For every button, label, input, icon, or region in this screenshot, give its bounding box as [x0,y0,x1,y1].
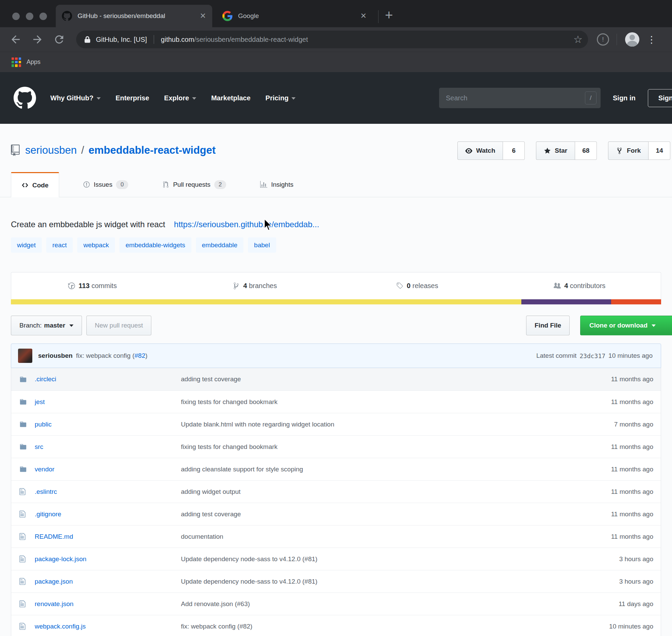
commit-message-link[interactable]: Update blank.html with note regarding wi… [181,421,566,428]
commit-message-link[interactable]: documentation [181,533,566,540]
gh-nav-why-github[interactable]: Why GitHub? [50,94,101,102]
file-name-link[interactable]: .circleci [35,375,181,383]
file-name-link[interactable]: package-lock.json [35,555,181,563]
commit-message-link[interactable]: adding test coverage [181,511,566,518]
topic-babel[interactable]: babel [248,237,276,253]
file-name-link[interactable]: vendor [35,466,181,473]
topic-webpack[interactable]: webpack [77,237,115,253]
tab-count-badge: 2 [214,180,226,189]
watch-button[interactable]: Watch [457,141,503,160]
topic-embeddable[interactable]: embeddable [196,237,244,253]
branch-selector-button[interactable]: Branch: master [11,316,82,335]
fork-count[interactable]: 14 [649,141,670,160]
commit-pr-link[interactable]: #82 [135,352,146,359]
repo-owner-link[interactable]: seriousben [25,144,77,156]
clone-label: Clone or download [589,322,648,329]
new-pull-request-button[interactable]: New pull request [86,316,152,335]
gh-nav-explore[interactable]: Explore [164,94,196,102]
language-bar[interactable] [11,299,661,304]
sign-up-button[interactable]: Sign up [648,89,672,107]
commit-message-link[interactable]: Update dependency node-sass to v4.12.0 (… [181,555,566,563]
tab-pull-requests[interactable]: Pull requests2 [152,172,236,197]
find-file-button[interactable]: Find File [526,316,570,335]
repo-header: seriousben / embeddable-react-widget Wat… [11,142,661,158]
gh-nav-marketplace[interactable]: Marketplace [211,94,251,102]
commit-message-link[interactable]: adding widget output [181,488,566,496]
tab-code[interactable]: Code [11,172,59,197]
search-input[interactable] [439,94,601,102]
browser-profile-avatar[interactable] [625,32,639,47]
window-zoom-button[interactable] [39,13,47,20]
topic-embeddable-widgets[interactable]: embeddable-widgets [119,237,191,253]
commit-message-link[interactable]: fix: webpack config (#82) [181,623,566,630]
star-count[interactable]: 68 [575,141,597,160]
back-icon[interactable] [10,33,22,46]
file-name-link[interactable]: renovate.json [35,600,181,608]
graph-icon [260,181,267,188]
star-icon [544,147,551,154]
file-name-link[interactable]: README.md [35,533,181,540]
extension-icon[interactable]: ! [597,33,609,46]
commit-message-link[interactable]: Add renovate.json (#63) [181,600,566,608]
file-time: 11 days ago [566,600,661,608]
stat-commits[interactable]: 113 commits [11,282,174,290]
watch-count[interactable]: 6 [503,141,525,160]
bookmark-star-icon[interactable]: ☆ [573,34,583,45]
topic-widget[interactable]: widget [11,237,42,253]
reload-icon[interactable] [53,33,65,46]
tab-insights[interactable]: Insights [250,172,303,197]
clone-or-download-button[interactable]: Clone or download [580,316,672,335]
repo-title-separator: / [81,144,84,156]
apps-bookmark[interactable]: Apps [27,58,40,66]
gh-nav-label: Explore [164,94,189,102]
repo-description: Create an embbedable js widget with reac… [11,220,165,229]
commit-message-link[interactable]: fixing tests for changed bookmark [181,443,566,451]
new-tab-button[interactable]: + [385,7,393,23]
commit-message-link[interactable]: Update dependency node-sass to v4.12.0 (… [181,578,566,585]
sign-in-link[interactable]: Sign in [613,94,636,102]
tab-issues[interactable]: Issues0 [73,172,138,197]
commit-author-link[interactable]: seriousben [38,352,72,359]
file-name-link[interactable]: public [35,421,181,428]
file-time: 11 months ago [566,375,661,383]
browser-menu-icon[interactable]: ⋮ [647,34,656,45]
stat-count: 4 [243,282,247,289]
commit-sha-link[interactable]: 23dc317 [579,352,605,359]
watch-label: Watch [476,147,495,154]
commit-message-link[interactable]: fixing tests for changed bookmark [181,398,566,406]
repo-name-link[interactable]: embeddable-react-widget [88,144,216,156]
file-name-link[interactable]: webpack.config.js [35,623,181,630]
gh-nav-enterprise[interactable]: Enterprise [116,94,149,102]
stat-contributors[interactable]: 4 contributors [499,282,661,290]
file-icon [19,600,30,608]
address-bar[interactable]: GitHub, Inc. [US] github.com/seriousben/… [76,31,588,48]
file-name-link[interactable]: src [35,443,181,451]
window-close-button[interactable] [12,13,20,20]
file-name-link[interactable]: jest [35,398,181,406]
commit-message-link[interactable]: adding cleanslate support for style scop… [181,466,566,473]
file-row-vendor: vendoradding cleanslate support for styl… [11,458,661,480]
gh-nav-label: Enterprise [116,94,149,102]
tab-close-icon[interactable]: ✕ [200,12,206,20]
github-logo-icon[interactable] [14,87,36,109]
browser-tab-github[interactable]: GitHub - seriousben/embeddal ✕ [56,5,212,27]
topic-react[interactable]: react [46,237,73,253]
commit-author-avatar[interactable] [18,349,32,363]
gh-nav-pricing[interactable]: Pricing [266,94,296,102]
file-name-link[interactable]: .gitignore [35,511,181,518]
stat-branches[interactable]: 4 branches [174,282,336,290]
fork-button[interactable]: Fork [608,141,649,160]
file-name-link[interactable]: .eslintrc [35,488,181,496]
commit-message-link[interactable]: adding test coverage [181,375,566,383]
repo-website-link[interactable]: https://seriousben.github.io/embeddab... [174,220,319,229]
file-time: 11 months ago [566,511,661,518]
file-row-gitignore: .gitignoreadding test coverage11 months … [11,503,661,525]
browser-tab-google[interactable]: Google ✕ [216,5,373,27]
tab-close-icon[interactable]: ✕ [360,12,367,20]
file-name-link[interactable]: package.json [35,578,181,585]
window-minimize-button[interactable] [26,13,33,20]
star-button[interactable]: Star [536,141,575,160]
stat-releases[interactable]: 0 releases [336,282,499,290]
fork-icon [616,147,623,154]
forward-icon[interactable] [31,33,44,46]
